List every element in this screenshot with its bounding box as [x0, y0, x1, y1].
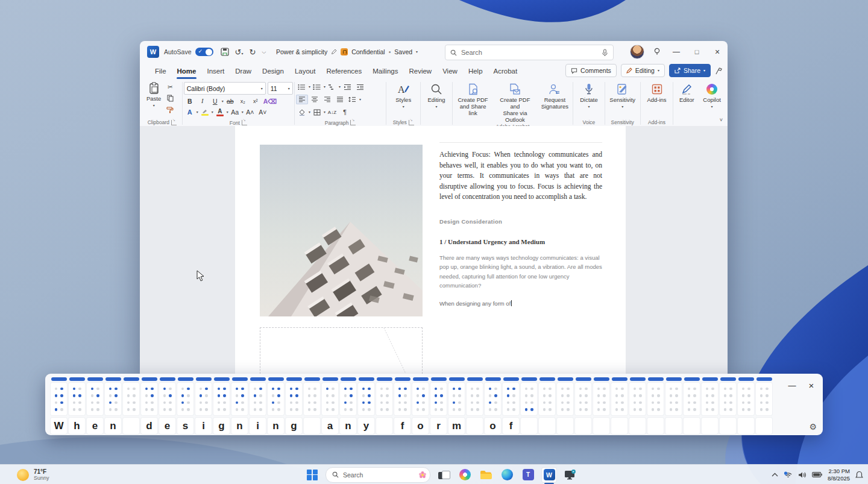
font-size-combo[interactable]: 11▾	[268, 82, 293, 95]
cursor-routing-button[interactable]	[268, 377, 284, 381]
wifi-icon[interactable]	[784, 471, 793, 479]
borders-button[interactable]	[311, 107, 323, 117]
font-name-combo[interactable]: Calibri (Body)▾	[184, 82, 266, 95]
text-effects-button[interactable]: A	[184, 107, 196, 117]
minimize-button[interactable]: —	[666, 41, 687, 63]
cursor-routing-button[interactable]	[286, 377, 302, 381]
editing-button[interactable]: Editing▾	[424, 80, 448, 108]
customize-qat-button[interactable]: ⌵	[262, 49, 266, 55]
cursor-routing-button[interactable]	[413, 377, 429, 381]
taskbar-search-box[interactable]: Search	[326, 467, 430, 483]
highlight-button[interactable]	[199, 107, 211, 117]
cursor-routing-button[interactable]	[250, 377, 266, 381]
cursor-routing-button[interactable]	[684, 377, 700, 381]
tab-layout[interactable]: Layout	[289, 63, 321, 79]
braille-settings-gear-icon[interactable]: ⚙	[809, 422, 817, 432]
save-icon[interactable]	[221, 48, 229, 56]
copilot-button[interactable]: Copilot▾	[700, 80, 724, 108]
copilot-taskbar-button[interactable]	[457, 467, 473, 483]
underline-button[interactable]: U	[209, 96, 221, 106]
heading-understand-urgency[interactable]: 1 / Understand Urgency and Medium	[439, 238, 602, 245]
share-button[interactable]: Share▾	[669, 64, 711, 77]
user-avatar[interactable]	[630, 45, 644, 59]
teams-button[interactable]: T	[520, 467, 536, 483]
paragraph-achieving-focus[interactable]: Achieving Focus: When technology communi…	[439, 142, 602, 203]
taskbar-weather-widget[interactable]: 71°F Sunny	[17, 468, 49, 482]
create-pdf-outlook-button[interactable]: Create PDF andShare via Outlook	[492, 80, 538, 124]
align-left-button[interactable]	[296, 95, 308, 104]
cursor-routing-button[interactable]	[160, 377, 175, 381]
create-pdf-share-link-button[interactable]: Create PDFand Share link	[454, 80, 492, 117]
cursor-routing-button[interactable]	[467, 377, 483, 381]
subscript-button[interactable]: x₂	[237, 96, 249, 106]
cursor-routing-button[interactable]	[87, 377, 103, 381]
maximize-button[interactable]: □	[687, 41, 707, 63]
cursor-routing-button[interactable]	[431, 377, 447, 381]
close-button[interactable]: ×	[707, 41, 728, 63]
clear-formatting-button[interactable]: A⌫	[262, 96, 278, 106]
braille-minimize-button[interactable]: —	[785, 379, 799, 392]
cursor-routing-button[interactable]	[51, 377, 67, 381]
edge-button[interactable]	[499, 467, 515, 483]
tab-design[interactable]: Design	[257, 63, 289, 79]
cursor-routing-button[interactable]	[124, 377, 139, 381]
editing-mode-button[interactable]: Editing▾	[621, 64, 665, 77]
tab-draw[interactable]: Draw	[230, 63, 257, 79]
bullet-list-button[interactable]	[296, 82, 308, 92]
cursor-routing-button[interactable]	[756, 377, 772, 381]
grow-font-button[interactable]: A˄	[244, 107, 256, 117]
drawing-placeholder-box[interactable]	[260, 327, 423, 374]
tab-mailings[interactable]: Mailings	[367, 63, 403, 79]
editor-button[interactable]: Editor	[676, 80, 697, 104]
tab-home[interactable]: Home	[172, 63, 202, 79]
tab-file[interactable]: File	[149, 63, 172, 79]
align-right-button[interactable]	[321, 95, 333, 104]
cursor-routing-button[interactable]	[612, 377, 627, 381]
request-signatures-button[interactable]: RequestSignatures	[538, 80, 571, 110]
start-button[interactable]	[304, 467, 320, 483]
sensitivity-button[interactable]: Sensitivity▾	[606, 80, 638, 108]
multilevel-list-button[interactable]	[326, 82, 338, 92]
cursor-routing-button[interactable]	[304, 377, 320, 381]
save-status[interactable]: Saved	[394, 48, 412, 55]
collapse-ribbon-chevron[interactable]: ˅	[720, 117, 723, 123]
tab-view[interactable]: View	[437, 63, 463, 79]
document-title-area[interactable]: Power & simplicity Confidential • Saved …	[276, 41, 418, 63]
presenter-flag-icon[interactable]	[715, 67, 723, 75]
font-color-button[interactable]: A	[214, 107, 226, 117]
cursor-routing-button[interactable]	[539, 377, 555, 381]
heading-design-consideration[interactable]: Design Consideration	[439, 218, 602, 225]
format-painter-button[interactable]	[164, 105, 176, 115]
paragraph-when-designing[interactable]: When designing any form of	[439, 300, 602, 307]
cursor-routing-button[interactable]	[105, 377, 121, 381]
tab-references[interactable]: References	[321, 63, 367, 79]
cursor-routing-button[interactable]	[666, 377, 682, 381]
taskbar-clock[interactable]: 2:30 PM 8/8/2025	[828, 468, 850, 482]
ribbon-search-box[interactable]: Search	[445, 45, 614, 60]
cursor-routing-button[interactable]	[232, 377, 248, 381]
justify-button[interactable]	[334, 95, 346, 104]
paragraph-many-ways[interactable]: There are many ways ways technology comm…	[439, 253, 602, 291]
cursor-routing-button[interactable]	[594, 377, 609, 381]
line-spacing-button[interactable]	[347, 95, 359, 104]
cursor-routing-button[interactable]	[521, 377, 537, 381]
cursor-routing-button[interactable]	[377, 377, 392, 381]
styles-dialog-launcher[interactable]	[409, 120, 414, 125]
font-dialog-launcher[interactable]	[242, 120, 247, 125]
document-page[interactable]: Achieving Focus: When technology communi…	[235, 126, 626, 374]
increase-indent-button[interactable]	[354, 82, 366, 92]
comments-button[interactable]: Comments	[565, 64, 617, 77]
align-center-button[interactable]	[309, 95, 321, 104]
cursor-routing-button[interactable]	[503, 377, 519, 381]
bold-button[interactable]: B	[184, 96, 196, 106]
shading-button[interactable]	[296, 107, 308, 117]
paragraph-dialog-launcher[interactable]	[350, 120, 356, 125]
copy-button[interactable]	[164, 93, 176, 103]
cursor-routing-button[interactable]	[322, 377, 338, 381]
cursor-routing-button[interactable]	[341, 377, 356, 381]
clipboard-dialog-launcher[interactable]	[171, 120, 177, 125]
show-paragraph-marks-button[interactable]: ¶	[339, 107, 351, 117]
remote-monitor-button[interactable]	[562, 467, 578, 483]
decrease-indent-button[interactable]	[341, 82, 353, 92]
cursor-routing-button[interactable]	[142, 377, 157, 381]
